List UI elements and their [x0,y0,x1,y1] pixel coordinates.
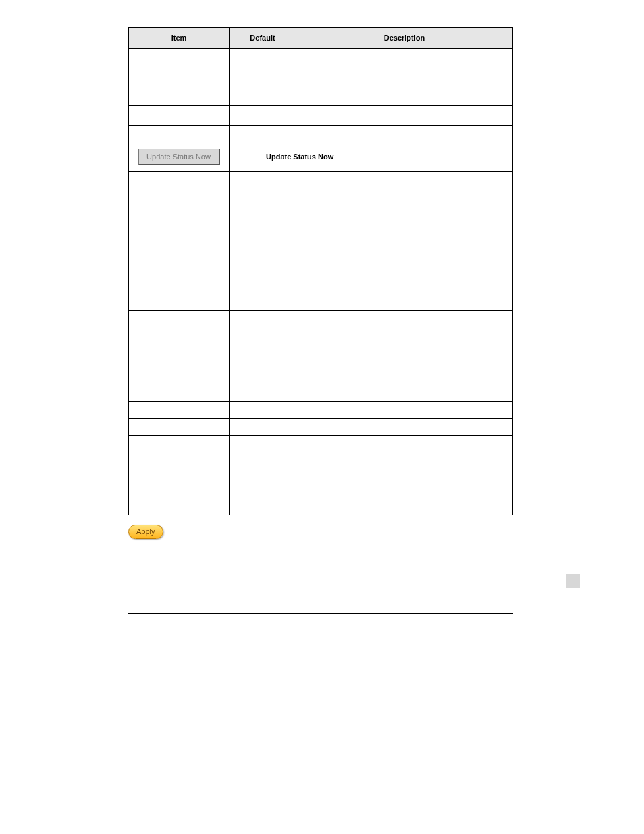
cell-default [230,126,296,142]
cell-description [296,475,513,515]
apply-button[interactable]: Apply [128,525,163,539]
table-row [129,106,513,126]
page-number-block [566,574,580,588]
table-row [129,436,513,475]
cell-default [230,49,296,106]
table-row [129,126,513,142]
cell-default [230,436,296,475]
cell-description [296,172,513,188]
cell-description [296,436,513,475]
cell-default [230,106,296,126]
update-status-now-button[interactable]: Update Status Now [138,149,220,165]
cell-description [296,402,513,419]
cell-description [296,106,513,126]
cell-description [296,49,513,106]
cell-default [230,188,296,311]
cell-item: Update Status Now [129,142,230,172]
cell-item [129,402,230,419]
table-row [129,402,513,419]
cell-default [230,172,296,188]
cell-item [129,311,230,371]
cell-item [129,106,230,126]
cell-item [129,172,230,188]
cell-description [296,188,513,311]
cell-description [296,126,513,142]
table-row [129,172,513,188]
cell-item [129,371,230,402]
header-description: Description [296,28,513,49]
cell-merged: Update Status Now [230,142,513,172]
header-default: Default [230,28,296,49]
divider [128,613,513,614]
table-row [129,49,513,106]
table-row [129,371,513,402]
cell-description [296,311,513,371]
cell-item [129,419,230,436]
cell-default [230,311,296,371]
table-row: Update Status NowUpdate Status Now [129,142,513,172]
table-row [129,188,513,311]
cell-item [129,475,230,515]
cell-item [129,188,230,311]
cell-item [129,436,230,475]
cell-description [296,419,513,436]
table-row [129,419,513,436]
cell-item [129,49,230,106]
cell-default [230,371,296,402]
table-row [129,311,513,371]
cell-default [230,419,296,436]
cell-default [230,475,296,515]
settings-table: Item Default Description Update Status N… [128,27,513,515]
header-item: Item [129,28,230,49]
table-row [129,475,513,515]
table-header-row: Item Default Description [129,28,513,49]
cell-description [296,371,513,402]
cell-default [230,402,296,419]
cell-item [129,126,230,142]
